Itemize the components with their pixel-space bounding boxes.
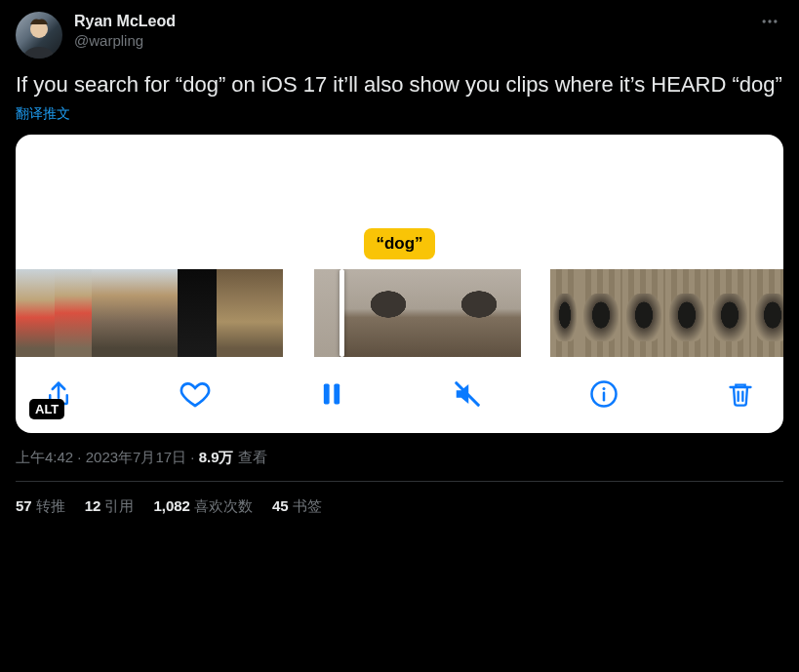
timeline-strip[interactable] [16,269,783,357]
thumbnail [178,269,217,357]
thumbnail [622,269,665,357]
clip-group-2[interactable] [314,269,521,357]
tweet-text: If you search for “dog” on iOS 17 it’ll … [16,70,783,99]
tweet-header: Ryan McLeod @warpling [16,12,783,59]
like-button[interactable] [180,378,211,410]
thumbnail [217,269,260,357]
thumbnail [665,269,708,357]
thumbnail [16,269,55,357]
tweet-container: Ryan McLeod @warpling If you search for … [0,0,799,528]
thumbnail [708,269,751,357]
thumbnail [92,269,135,357]
trash-button[interactable] [725,378,756,410]
svg-point-3 [774,20,777,22]
thumbnail [260,269,283,357]
translate-link[interactable]: 翻译推文 [16,105,70,123]
thumbnail [135,269,178,357]
stat-bookmarks[interactable]: 45书签 [272,497,322,516]
tweet-time[interactable]: 上午4:42 [16,449,73,465]
thumbnail [550,269,579,357]
avatar[interactable] [16,12,62,59]
tweet-date[interactable]: 2023年7月17日 [86,449,186,465]
search-term-label: “dog” [364,228,434,259]
views-label: 查看 [234,449,267,465]
stat-quotes[interactable]: 12引用 [85,497,135,516]
info-button[interactable] [588,378,619,410]
tweet-stats: 57转推 12引用 1,082喜欢次数 45书签 [16,482,783,516]
thumbnail [751,269,783,357]
svg-point-9 [603,387,606,390]
tweet-meta: 上午4:42 · 2023年7月17日 · 8.9万 查看 [16,449,783,467]
svg-rect-4 [323,384,329,405]
svg-rect-5 [334,384,340,405]
thumbnail [579,269,622,357]
clip-group-1[interactable] [16,269,283,357]
svg-point-1 [763,20,766,22]
stat-retweets[interactable]: 57转推 [16,497,65,516]
mute-button[interactable] [452,378,483,410]
alt-badge[interactable]: ALT [29,399,64,419]
thumbnail [340,269,437,357]
thumbnail [437,269,521,357]
display-name: Ryan McLeod [74,12,756,31]
thumbnail [55,269,92,357]
media-card[interactable]: “dog” [16,135,783,433]
media-toolbar [16,357,783,433]
playhead[interactable] [340,269,344,357]
author-names[interactable]: Ryan McLeod @warpling [74,12,756,51]
thumbnail [314,269,340,357]
svg-point-2 [768,20,771,22]
stat-likes[interactable]: 1,082喜欢次数 [153,497,253,516]
clip-group-3[interactable] [550,269,783,357]
pause-button[interactable] [316,378,347,410]
handle: @warpling [74,31,756,51]
views-count: 8.9万 [199,449,234,465]
more-button[interactable] [756,8,783,39]
